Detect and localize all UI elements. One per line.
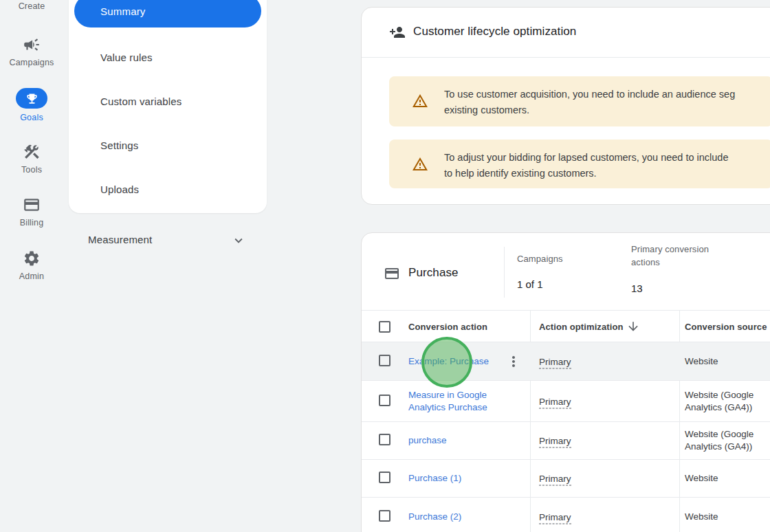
sidebar-item-label: Create xyxy=(0,1,63,11)
subnav-item-custom-variables[interactable]: Custom variables xyxy=(100,96,182,107)
warning-line: to help identify existing customers. xyxy=(444,166,729,181)
page: Create Campaigns Goals Tools Billing xyxy=(0,0,770,532)
action-optimization-cell: Primary xyxy=(539,356,571,366)
warning-line: To adjust your bidding for lapsed custom… xyxy=(444,150,729,166)
person-add-icon xyxy=(389,24,406,41)
subnav-item-summary[interactable]: Summary xyxy=(74,0,261,27)
conversion-action-link[interactable]: Example: Purchase xyxy=(408,355,501,368)
warning-line: To use customer acquisition, you need to… xyxy=(444,87,735,102)
sidebar-item-label: Billing xyxy=(0,218,63,228)
row-checkbox[interactable] xyxy=(379,472,390,483)
conversion-source-cell: Website (Google Analytics (GA4)) xyxy=(685,428,770,453)
optimization-value[interactable]: Primary xyxy=(539,356,571,368)
action-optimization-cell: Primary xyxy=(539,512,571,522)
stat-value: 1 of 1 xyxy=(517,278,613,290)
purchase-card-title: Purchase xyxy=(408,266,459,280)
goals-active-pill xyxy=(16,88,47,109)
stat-label: Campaigns xyxy=(517,252,613,265)
row-checkbox[interactable] xyxy=(379,355,390,366)
sidebar-item-admin[interactable]: Admin xyxy=(0,250,63,281)
sidebar: Create Campaigns Goals Tools Billing xyxy=(0,0,63,532)
subnav-item-uploads[interactable]: Uploads xyxy=(100,184,139,195)
stat-primary-conversion-actions: Primary conversion actions 13 xyxy=(631,243,715,294)
subnav-item-label: Summary xyxy=(100,5,146,17)
chevron-down-icon xyxy=(231,233,246,248)
warning-triangle-icon xyxy=(412,93,428,109)
conversion-source-cell: Website (Google Analytics (GA4)) xyxy=(685,389,770,414)
more-vert-icon[interactable] xyxy=(505,353,522,370)
sidebar-item-create[interactable]: Create xyxy=(0,0,63,11)
stat-campaigns: Campaigns 1 of 1 xyxy=(517,252,613,290)
measurement-label: Measurement xyxy=(88,234,152,245)
warning-text: To adjust your bidding for lapsed custom… xyxy=(444,150,729,181)
sidebar-item-campaigns[interactable]: Campaigns xyxy=(0,36,63,67)
customer-lifecycle-card: Customer lifecycle optimization To use c… xyxy=(361,7,770,205)
conversion-action-link[interactable]: Purchase (2) xyxy=(408,511,501,523)
row-checkbox[interactable] xyxy=(379,395,390,406)
table-row: Measure in Google Analytics Purchase Pri… xyxy=(362,381,770,422)
trophy-icon xyxy=(25,92,38,105)
header-divider xyxy=(504,247,505,298)
action-optimization-cell: Primary xyxy=(539,436,571,446)
sidebar-item-billing[interactable]: Billing xyxy=(0,196,63,228)
purchase-goal-card: Purchase Campaigns 1 of 1 Primary conver… xyxy=(361,232,770,532)
conversion-source-cell: Website xyxy=(685,355,770,368)
sort-descending-icon[interactable] xyxy=(626,320,640,333)
table-row: Purchase (2) Primary Website xyxy=(362,498,770,532)
stat-value: 13 xyxy=(631,282,715,294)
subnav-section-measurement[interactable]: Measurement xyxy=(69,231,267,250)
row-checkbox[interactable] xyxy=(379,434,390,445)
conversion-action-link[interactable]: Measure in Google Analytics Purchase xyxy=(408,389,501,414)
subnav-item-value-rules[interactable]: Value rules xyxy=(100,52,153,63)
optimization-value[interactable]: Primary xyxy=(539,512,571,524)
table-row: purchase Primary Website (Google Analyti… xyxy=(362,422,770,460)
table-row: Example: Purchase Primary Website xyxy=(362,342,770,381)
conversion-source-cell: Website xyxy=(685,472,770,485)
select-all-checkbox[interactable] xyxy=(379,321,390,333)
conversion-action-link[interactable]: purchase xyxy=(408,434,501,447)
warning-line: existing customers. xyxy=(444,102,735,118)
sidebar-item-goals[interactable]: Goals xyxy=(0,88,63,122)
row-checkbox[interactable] xyxy=(379,510,390,522)
table-header-row: Conversion action Action optimization Co… xyxy=(362,310,770,342)
sidebar-item-label: Campaigns xyxy=(0,58,63,67)
optimization-value[interactable]: Primary xyxy=(539,474,571,486)
warning-banner: To adjust your bidding for lapsed custom… xyxy=(389,140,770,188)
table-row: Purchase (1) Primary Website xyxy=(362,460,770,498)
column-header-conversion-source[interactable]: Conversion source xyxy=(685,322,767,332)
column-header-conversion-action[interactable]: Conversion action xyxy=(408,322,487,332)
sidebar-item-tools[interactable]: Tools xyxy=(0,143,63,175)
conversion-source-cell: Website xyxy=(685,511,770,523)
lifecycle-card-title: Customer lifecycle optimization xyxy=(413,25,576,38)
megaphone-icon xyxy=(23,36,41,54)
gear-icon xyxy=(23,250,41,267)
lifecycle-card-header: Customer lifecycle optimization xyxy=(362,8,770,58)
optimization-value[interactable]: Primary xyxy=(539,396,571,408)
warning-banner: To use customer acquisition, you need to… xyxy=(389,76,770,126)
optimization-value[interactable]: Primary xyxy=(539,436,571,448)
sidebar-item-label: Tools xyxy=(0,165,63,175)
action-optimization-cell: Primary xyxy=(539,474,571,484)
stat-label: Primary conversion actions xyxy=(631,243,715,269)
subnav-item-settings[interactable]: Settings xyxy=(100,140,138,151)
purchase-card-icon xyxy=(384,265,400,282)
column-header-action-optimization[interactable]: Action optimization xyxy=(539,322,624,332)
tools-icon xyxy=(23,143,41,161)
sidebar-item-label: Admin xyxy=(0,271,63,281)
sidebar-item-label: Goals xyxy=(0,113,63,122)
action-optimization-cell: Primary xyxy=(539,396,571,406)
conversion-action-link[interactable]: Purchase (1) xyxy=(408,472,501,485)
credit-card-icon xyxy=(23,196,41,214)
warning-triangle-icon xyxy=(412,156,428,173)
warning-text: To use customer acquisition, you need to… xyxy=(444,87,735,118)
goals-subnav-panel: Summary Value rules Custom variables Set… xyxy=(69,0,267,213)
